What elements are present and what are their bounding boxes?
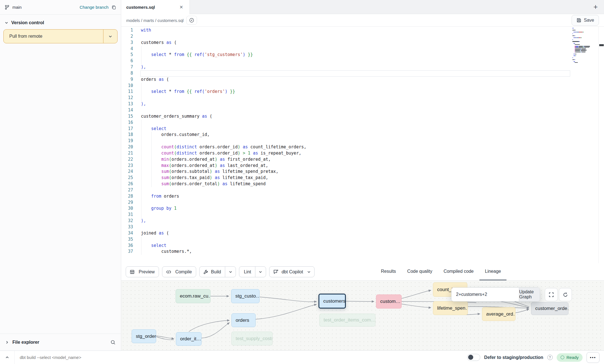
code-token: ( [207,114,212,119]
update-graph-button[interactable]: Update Graph [519,288,540,301]
pull-dropdown-caret[interactable] [103,30,117,43]
lineage-node-stg_orders[interactable]: stg_orders [132,329,156,343]
close-icon[interactable]: ✕ [178,4,184,10]
lineage-node-lifetime_spen[interactable]: lifetime_spen… [433,301,468,315]
code-line[interactable]: orders as ( [141,77,572,83]
code-line[interactable]: group by 1 [141,206,572,212]
save-button[interactable]: Save [572,15,599,26]
code-line[interactable]: select [141,126,572,132]
change-branch-link[interactable]: Change branch [79,5,109,10]
lint-dropdown-caret[interactable] [255,267,266,277]
file-explorer-row[interactable]: File explorer [0,334,121,350]
code-line[interactable] [141,187,572,193]
code-line[interactable]: select * from {{ ref('stg_customers') }} [141,52,572,58]
pull-from-remote-label[interactable]: Pull from remote [4,30,103,43]
version-control-header[interactable]: Version control [0,15,121,29]
tab-customers-sql[interactable]: customers.sql ✕ [121,0,190,14]
lineage-node-custom[interactable]: custom… [376,294,402,309]
copilot-button[interactable]: dbt Copilot [269,266,315,277]
lint-button[interactable]: Lint [239,266,266,277]
compile-button[interactable]: Compile [162,266,196,277]
code-area[interactable]: withcustomers as ( select * from {{ ref(… [134,27,572,263]
line-number: 30 [121,206,134,212]
editor-scrollbar[interactable] [598,27,604,263]
refresh-button[interactable] [559,288,572,301]
lineage-node-customer_orde[interactable]: customer_orde… [531,302,568,315]
panel-tab-compiled-code[interactable]: Compiled code [438,263,479,280]
panel-tab-lineage[interactable]: Lineage [479,263,507,280]
code-line[interactable]: customers as ( [141,40,572,46]
code-line[interactable]: orders.customer_id, [141,132,572,138]
preview-button[interactable]: Preview [126,266,159,277]
code-line[interactable]: sum(orders.order_total) as lifetime_spen… [141,181,572,187]
minimap[interactable] [572,27,598,263]
code-line[interactable]: ), [141,64,572,70]
line-number: 1 [121,27,134,34]
lineage-node-average_ord[interactable]: average_ord… [482,307,515,321]
panel-tab-results[interactable]: Results [375,263,401,280]
code-token: as [253,151,258,156]
lineage-graph[interactable]: ecom.raw_cu…stg_custo…customerscustom…co… [121,281,604,350]
build-button[interactable]: Build [199,266,236,277]
code-line[interactable] [141,46,572,52]
panel-tab-code-quality[interactable]: Code quality [402,263,438,280]
lineage-node-test_supply_costs_s[interactable]: test_supply_costs_s… [231,332,273,345]
more-options-button[interactable]: ••• [587,352,599,363]
code-line[interactable]: customer_orders_summary as ( [141,113,572,120]
line-number: 26 [121,181,134,187]
code-line[interactable]: sum(orders.tax_paid) as lifetime_tax_pai… [141,175,572,181]
minimap-line [572,46,598,46]
code-token [141,194,151,199]
code-line[interactable] [141,200,572,206]
lineage-node-test_order_items_com[interactable]: test_order_items_com… [319,314,375,327]
expand-command-bar-button[interactable] [0,351,15,364]
help-icon[interactable]: ? [547,355,553,360]
copilot-explain-button[interactable] [186,16,197,25]
fullscreen-button[interactable] [545,288,558,301]
code-line[interactable] [141,138,572,144]
new-tab-button[interactable]: + [587,0,604,14]
code-line[interactable]: count(distinct orders.order_id) as count… [141,144,572,150]
scrollbar-thumb[interactable] [599,44,604,46]
code-line[interactable]: max(orders.ordered_at) as last_ordered_a… [141,163,572,169]
copilot-dropdown-caret[interactable] [307,270,314,274]
code-line[interactable] [141,212,572,218]
code-line[interactable]: count(distinct orders.order_id) > 1 as i… [141,150,572,157]
copy-icon[interactable] [111,5,116,10]
code-line[interactable] [141,107,572,113]
code-line[interactable]: select * from {{ ref('orders') }} [141,89,572,95]
lineage-node-customers[interactable]: customers [318,294,346,309]
code-line[interactable] [141,236,572,243]
code-line[interactable]: ), [141,101,572,107]
lineage-node-stg_custo[interactable]: stg_custo… [231,289,260,303]
code-editor[interactable]: 1234567891011121314151617181920212223242… [121,27,604,263]
minimap-line [572,43,598,44]
table-icon [126,269,135,274]
code-token: ref( [194,89,205,94]
code-line[interactable]: ), [141,218,572,224]
code-token: * [166,89,174,94]
lineage-search-input[interactable] [452,288,519,301]
code-line[interactable]: select [141,243,572,249]
code-line[interactable]: from orders [141,193,572,200]
code-line[interactable] [141,95,572,101]
search-icon[interactable] [110,340,116,345]
code-line[interactable]: min(orders.ordered_at) as first_ordered_… [141,157,572,163]
pull-from-remote-button[interactable]: Pull from remote [3,29,118,43]
build-dropdown-caret[interactable] [225,267,236,277]
lineage-node-orders[interactable]: orders [231,313,256,327]
code-line[interactable] [141,120,572,126]
code-line[interactable] [141,34,572,40]
code-line[interactable] [141,58,572,64]
code-line[interactable] [141,83,572,89]
lineage-node-order_it[interactable]: order_it… [176,332,202,346]
lineage-search-bar[interactable]: Update Graph [451,287,540,302]
command-input[interactable] [20,355,467,360]
lineage-node-ecomraw_cu[interactable]: ecom.raw_cu… [176,289,211,303]
code-line[interactable]: joined as ( [141,230,572,236]
code-line[interactable]: sum(orders.subtotal) as lifetime_spend_p… [141,169,572,175]
code-line[interactable]: customers.*, [141,249,572,255]
code-line[interactable] [141,224,572,230]
code-line[interactable]: with [141,27,572,34]
defer-toggle[interactable] [467,354,480,361]
